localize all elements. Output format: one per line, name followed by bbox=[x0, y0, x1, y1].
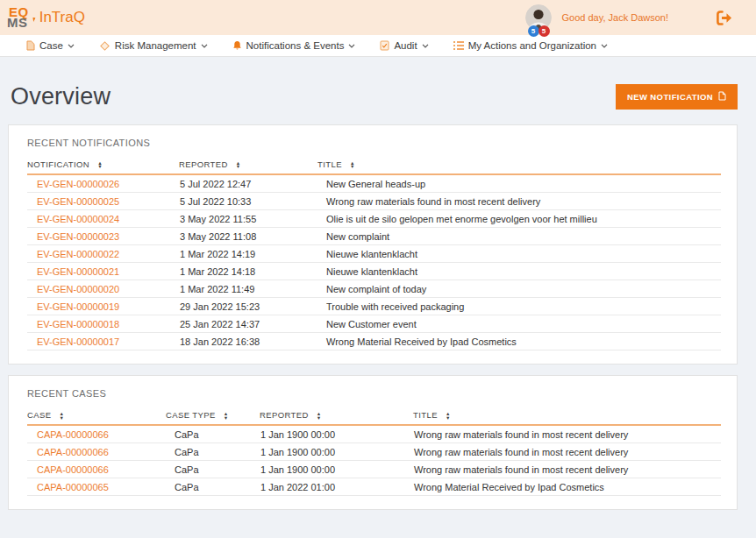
sort-icon: ▲▼ bbox=[60, 412, 65, 420]
notification-reported: 5 Jul 2022 10:33 bbox=[170, 193, 309, 210]
nav-item-risk-management[interactable]: Risk Management bbox=[99, 40, 208, 52]
case-reported: 1 Jan 1900 00:00 bbox=[251, 461, 404, 478]
case-title: Wrong raw materials found in most recent… bbox=[404, 425, 721, 443]
cases-table: CASE ▲▼ CASE TYPE ▲▼ REPORTED ▲▼ TITLE ▲… bbox=[27, 407, 721, 496]
nav-item-label: Case bbox=[39, 40, 63, 51]
case-link[interactable]: CAPA-00000066 bbox=[27, 461, 157, 478]
case-type: CaPa bbox=[157, 443, 251, 461]
notification-row: EV-GEN-00000025 5 Jul 2022 10:33 Wrong r… bbox=[27, 193, 721, 210]
case-title: Wrong raw materials found in most recent… bbox=[404, 461, 721, 478]
case-document-icon bbox=[26, 40, 35, 51]
chevron-down-icon bbox=[68, 44, 75, 48]
nav-item-my-actions-organization[interactable]: My Actions and Organization bbox=[453, 40, 608, 51]
notification-title: Nieuwe klantenklacht bbox=[309, 263, 721, 280]
audit-clipboard-icon bbox=[380, 40, 389, 51]
case-type: CaPa bbox=[157, 461, 251, 478]
nav-item-notifications-events[interactable]: Notifications & Events bbox=[232, 40, 356, 51]
case-title: Wrong Material Received by Ipad Cosmetic… bbox=[404, 478, 721, 496]
recent-notifications-title: RECENT NOTIFICATIONS bbox=[27, 125, 721, 156]
case-row: CAPA-00000066 CaPa 1 Jan 1900 00:00 Wron… bbox=[27, 461, 721, 478]
column-header-title[interactable]: TITLE ▲▼ bbox=[404, 407, 721, 425]
notification-link[interactable]: EV-GEN-00000024 bbox=[27, 210, 170, 228]
user-avatar[interactable]: 5 5 bbox=[525, 4, 553, 32]
sort-icon: ▲▼ bbox=[224, 412, 229, 420]
recent-notifications-card: RECENT NOTIFICATIONS NOTIFICATION ▲▼ REP… bbox=[8, 124, 738, 365]
notification-row: EV-GEN-00000024 3 May 2022 11:55 Olie is… bbox=[27, 210, 721, 228]
column-header-case-type[interactable]: CASE TYPE ▲▼ bbox=[157, 407, 251, 425]
notification-row: EV-GEN-00000021 1 Mar 2022 14:18 Nieuwe … bbox=[27, 263, 721, 280]
notification-title: New General heads-up bbox=[309, 174, 721, 193]
logout-icon[interactable] bbox=[714, 9, 735, 27]
notification-title: New complaint bbox=[309, 228, 721, 245]
notification-row: EV-GEN-00000020 1 Mar 2022 11:49 New com… bbox=[27, 280, 721, 298]
new-notification-button[interactable]: NEW NOTIFICATION bbox=[616, 84, 738, 110]
notification-title: New complaint of today bbox=[309, 280, 721, 298]
notification-reported: 3 May 2022 11:08 bbox=[170, 228, 309, 245]
case-row: CAPA-00000066 CaPa 1 Jan 1900 00:00 Wron… bbox=[27, 425, 721, 443]
logo-arrow-icon bbox=[30, 15, 37, 25]
greeting-text: Good day, Jack Dawson! bbox=[562, 12, 668, 23]
notification-link[interactable]: EV-GEN-00000022 bbox=[27, 245, 170, 263]
page-title: Overview bbox=[11, 83, 111, 110]
notification-link[interactable]: EV-GEN-00000025 bbox=[27, 193, 170, 210]
alerts-count-badge[interactable]: 5 bbox=[538, 25, 550, 37]
new-notification-label: NEW NOTIFICATION bbox=[627, 92, 713, 102]
user-info: 5 5 Good day, Jack Dawson! bbox=[525, 3, 668, 32]
notification-link[interactable]: EV-GEN-00000018 bbox=[27, 315, 170, 333]
notification-title: Trouble with received packaging bbox=[309, 298, 721, 315]
case-type: CaPa bbox=[157, 478, 251, 496]
case-type: CaPa bbox=[157, 425, 251, 443]
actions-count-badge[interactable]: 5 bbox=[528, 25, 539, 37]
notification-link[interactable]: EV-GEN-00000023 bbox=[27, 228, 170, 245]
recent-cases-card: RECENT CASES CASE ▲▼ CASE TYPE ▲▼ REPORT… bbox=[8, 375, 738, 510]
recent-cases-title: RECENT CASES bbox=[27, 376, 721, 407]
column-header-title[interactable]: TITLE ▲▼ bbox=[309, 156, 721, 174]
app-name: InTraQ bbox=[39, 9, 85, 26]
nav-item-label: Notifications & Events bbox=[246, 40, 345, 51]
column-header-case[interactable]: CASE ▲▼ bbox=[27, 407, 157, 425]
notification-reported: 5 Jul 2022 12:47 bbox=[170, 174, 309, 193]
case-link[interactable]: CAPA-00000066 bbox=[27, 443, 157, 461]
actions-list-icon bbox=[453, 41, 464, 50]
notification-link[interactable]: EV-GEN-00000020 bbox=[27, 280, 170, 298]
case-row: CAPA-00000065 CaPa 1 Jan 2022 01:00 Wron… bbox=[27, 478, 721, 496]
chevron-down-icon bbox=[601, 44, 608, 48]
app-header: EQ MS InTraQ 5 5 Good day, J bbox=[0, 0, 756, 35]
sort-icon: ▲▼ bbox=[446, 412, 451, 420]
notification-title: Wrong Material Received by Ipad Cosmetic… bbox=[309, 333, 721, 350]
notifications-table: NOTIFICATION ▲▼ REPORTED ▲▼ TITLE ▲▼ bbox=[27, 156, 721, 350]
notification-link[interactable]: EV-GEN-00000026 bbox=[27, 174, 170, 193]
column-header-reported[interactable]: REPORTED ▲▼ bbox=[251, 407, 404, 425]
app-window: EQ MS InTraQ 5 5 Good day, J bbox=[0, 0, 756, 538]
case-reported: 1 Jan 1900 00:00 bbox=[251, 425, 404, 443]
case-row: CAPA-00000066 CaPa 1 Jan 1900 00:00 Wron… bbox=[27, 443, 721, 461]
bell-icon bbox=[232, 40, 242, 51]
notification-link[interactable]: EV-GEN-00000019 bbox=[27, 298, 170, 315]
case-title: Wrong raw materials found in most recent… bbox=[404, 443, 721, 461]
notification-link[interactable]: EV-GEN-00000017 bbox=[27, 333, 170, 350]
case-link[interactable]: CAPA-00000065 bbox=[27, 478, 157, 496]
case-link[interactable]: CAPA-00000066 bbox=[27, 425, 157, 443]
notification-row: EV-GEN-00000017 18 Jan 2022 16:38 Wrong … bbox=[27, 333, 721, 350]
new-document-icon bbox=[718, 91, 726, 103]
nav-item-case[interactable]: Case bbox=[26, 40, 75, 51]
notification-reported: 25 Jan 2022 14:37 bbox=[170, 315, 309, 333]
notification-title: Wrong raw materials found in most recent… bbox=[309, 193, 721, 210]
notification-row: EV-GEN-00000026 5 Jul 2022 12:47 New Gen… bbox=[27, 174, 721, 193]
sort-icon: ▲▼ bbox=[97, 161, 103, 169]
risk-diamond-icon bbox=[99, 40, 111, 52]
column-header-notification[interactable]: NOTIFICATION ▲▼ bbox=[27, 156, 170, 174]
notification-row: EV-GEN-00000018 25 Jan 2022 14:37 New Cu… bbox=[27, 315, 721, 333]
notification-link[interactable]: EV-GEN-00000021 bbox=[27, 263, 170, 280]
case-reported: 1 Jan 1900 00:00 bbox=[251, 443, 404, 461]
nav-item-label: Risk Management bbox=[115, 40, 196, 51]
nav-item-audit[interactable]: Audit bbox=[380, 40, 428, 51]
eqms-logo: EQ MS bbox=[9, 7, 29, 28]
chevron-down-icon bbox=[422, 44, 429, 48]
notification-title: New Customer event bbox=[309, 315, 721, 333]
case-reported: 1 Jan 2022 01:00 bbox=[251, 478, 404, 496]
column-header-reported[interactable]: REPORTED ▲▼ bbox=[170, 156, 309, 174]
notification-title: Olie is uit de silo gelopen met enorme g… bbox=[309, 210, 721, 228]
notification-row: EV-GEN-00000019 29 Jan 2022 15:23 Troubl… bbox=[27, 298, 721, 315]
nav-item-label: Audit bbox=[394, 40, 417, 51]
